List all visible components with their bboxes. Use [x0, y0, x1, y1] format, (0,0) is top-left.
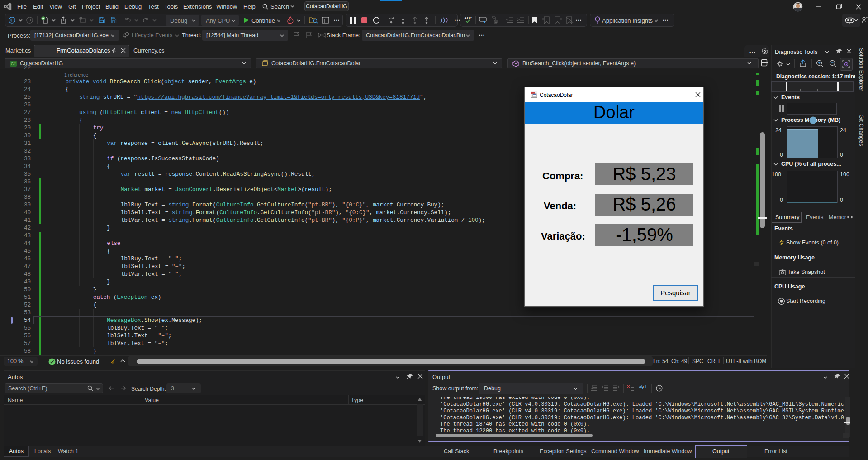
svg-text:ABC: ABC	[464, 16, 472, 20]
